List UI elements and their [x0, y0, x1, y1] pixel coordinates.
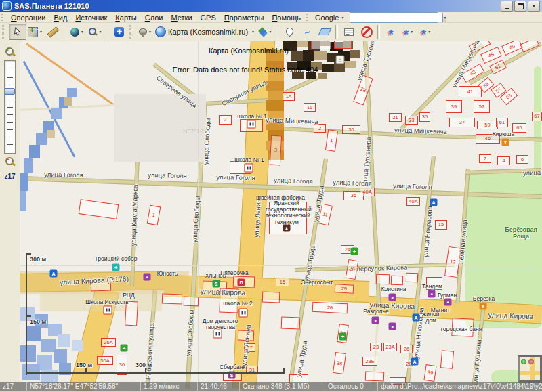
zoom-out-button[interactable]: − [5, 156, 16, 167]
toolbar-separator [64, 25, 66, 39]
download-layers-button[interactable]: *▼ [417, 24, 435, 40]
poi-label: городская баня [441, 326, 482, 332]
search-combobox[interactable]: ▼ [350, 12, 438, 23]
pan-tool-button[interactable] [9, 24, 26, 40]
cursor-icon [13, 27, 22, 37]
building: 2 [219, 115, 232, 125]
zoom-in-button[interactable]: + [5, 47, 16, 58]
map-tile-block [41, 370, 58, 383]
building: 23Б [362, 357, 377, 366]
zoom-slider[interactable] [4, 60, 16, 154]
map-viewport[interactable]: 4945514341535563395737596165674624631333… [20, 41, 542, 391]
bus-icon: A [411, 358, 419, 366]
map-tile-block [303, 50, 314, 61]
map-tile-block [29, 145, 40, 158]
polygon-icon [318, 28, 331, 35]
minimap-zoom-out-button[interactable]: − [528, 359, 534, 364]
school-icon [104, 306, 112, 315]
zoom-tool-button[interactable]: ▼ [86, 24, 104, 40]
minimap-zoom-in-button[interactable]: + [521, 359, 526, 364]
minimap-road [520, 371, 542, 375]
building: 1А [283, 92, 295, 101]
building: 30А [97, 356, 113, 365]
zoom-slider-handle[interactable] [5, 88, 15, 95]
building: 39 [423, 364, 436, 382]
menu-item-источник[interactable]: Источник [71, 14, 111, 22]
bus-icon: A [50, 270, 58, 278]
close-button[interactable]: × [528, 1, 540, 12]
minimap-navigator[interactable]: + − [518, 355, 542, 383]
bus-icon: A [413, 314, 420, 322]
street-label: улица Кирова [200, 287, 245, 297]
building [406, 273, 418, 283]
menu-item-карты[interactable]: Карты [111, 14, 140, 22]
ruler-tool-button[interactable] [44, 24, 62, 40]
globe-view-button[interactable]: ▼ [68, 24, 86, 40]
building [311, 41, 331, 49]
toolbar-grip[interactable] [1, 14, 5, 21]
building: 3 [270, 135, 282, 166]
map-source-button[interactable]: Карта (Kosmosnimki.ru) ▼ [154, 24, 256, 40]
search-dropdown-button[interactable]: ▼ [442, 13, 446, 22]
placemark-manager-button[interactable] [340, 24, 358, 40]
plus-icon: + [6, 46, 9, 53]
building: 15 [435, 220, 447, 230]
minimize-button[interactable] [501, 1, 513, 12]
map-tile-block [314, 51, 327, 60]
toolbar-separator [377, 25, 380, 39]
building: 2 [314, 124, 326, 133]
building [391, 276, 403, 286]
download-mode-button[interactable]: *▼ [400, 24, 417, 40]
chevron-down-icon: ▼ [81, 30, 84, 34]
shop-violet-icon: ■ [144, 274, 151, 281]
menu-item-вид[interactable]: Вид [49, 14, 71, 22]
street-label: улица Гоголя [333, 178, 372, 187]
fullscreen-button[interactable]: ✚ [110, 24, 128, 40]
building [281, 317, 301, 330]
toolbar-grip[interactable] [306, 14, 310, 21]
poi-label: Тандем [422, 284, 442, 290]
map-tile-block [345, 61, 356, 68]
toolbar-grip[interactable] [2, 25, 7, 39]
menu-item-операции[interactable]: Операции [7, 14, 49, 22]
google-menu[interactable]: Google ▼ [312, 14, 348, 22]
chevron-down-icon: ▼ [443, 16, 446, 20]
poi-label: Юность [157, 271, 178, 277]
map-canvas[interactable]: 4945514341535563395737596165674624631333… [20, 41, 541, 391]
selection-tool-button[interactable]: ▼ [26, 24, 44, 40]
building [376, 274, 390, 285]
building [184, 297, 199, 307]
google-menu-label: Google [315, 14, 339, 22]
toolbar-grip[interactable] [129, 25, 135, 39]
globe-icon [70, 28, 79, 37]
street-label: улица Гоголя [393, 181, 432, 190]
menu-item-метки[interactable]: Метки [167, 14, 196, 22]
map-tile-block [26, 326, 41, 341]
building: 59 [477, 121, 498, 129]
menu-item-gps[interactable]: GPS [196, 14, 220, 22]
menu-item-слои[interactable]: Слои [141, 14, 167, 22]
building [79, 199, 119, 219]
building: 40А [406, 197, 420, 206]
menu-item-параметры[interactable]: Параметры [220, 14, 268, 22]
layers-button[interactable]: ▼ [256, 24, 274, 40]
street-label: улица Гоголя [44, 171, 83, 179]
download-button[interactable]: * [382, 24, 400, 40]
street-label: улица Кирова [488, 311, 533, 320]
placemark-button[interactable] [280, 24, 298, 40]
polygon-button[interactable] [316, 24, 333, 40]
menu-item-помощь[interactable]: Помощь [268, 14, 305, 22]
maximize-button[interactable] [514, 1, 526, 12]
search-input[interactable] [350, 13, 442, 22]
street-label: улица Свободы [202, 118, 212, 165]
poi-label: Яранский государственный технологический… [266, 200, 308, 225]
poi-label: Кирюша [493, 131, 514, 137]
church-icon: + [112, 264, 120, 271]
scale-tick [283, 368, 285, 374]
building: 67 [532, 112, 542, 121]
hide-marks-button[interactable] [358, 24, 375, 40]
gps-button[interactable]: ▼ [136, 24, 154, 40]
map-tile-block [20, 191, 26, 211]
title-bar: SAS.Планета 121010 × [0, 0, 542, 12]
path-button[interactable]: ~ [298, 24, 316, 40]
